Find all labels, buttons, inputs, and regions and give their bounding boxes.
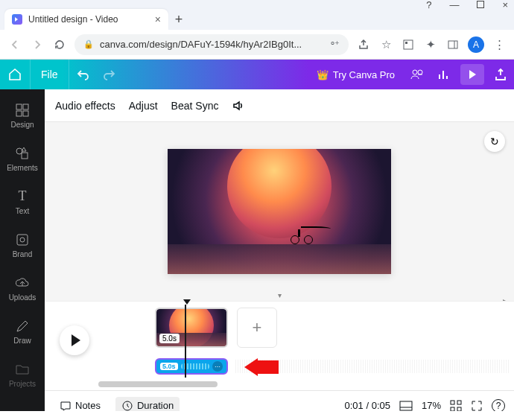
audio-duration-badge: 5.0s <box>160 363 178 370</box>
svg-rect-15 <box>400 401 412 410</box>
help-icon[interactable]: ? <box>492 399 505 412</box>
url-text: canva.com/design/DAFuY-1594k/hyAr2IBg0It… <box>100 39 325 50</box>
sidebar-item-projects[interactable]: Projects <box>0 353 45 396</box>
home-button[interactable] <box>0 60 30 89</box>
clip-options-icon[interactable]: ⋯ <box>212 361 223 372</box>
notes-button[interactable]: Notes <box>54 397 107 412</box>
canvas-area[interactable]: ↻ ✦ ▾ ▸ <box>45 122 514 301</box>
svg-rect-20 <box>457 407 461 411</box>
beat-sync-button[interactable]: Beat Sync <box>171 100 219 112</box>
pencil-icon <box>15 319 30 334</box>
browser-address-bar: 🔒 canva.com/design/DAFuY-1594k/hyAr2IBg0… <box>0 30 514 60</box>
svg-rect-2 <box>448 41 457 48</box>
sidebar-item-design[interactable]: Design <box>0 94 45 137</box>
sidebar-item-text[interactable]: TText <box>0 180 45 223</box>
refresh-page-button[interactable]: ↻ <box>484 131 505 152</box>
brand-icon <box>15 232 30 247</box>
duration-button[interactable]: Duration <box>115 397 180 412</box>
panel-icon[interactable] <box>445 37 460 52</box>
svg-rect-0 <box>404 40 413 49</box>
canva-favicon-icon <box>12 14 22 25</box>
svg-point-5 <box>418 70 422 74</box>
browser-tab-bar: Untitled design - Video × + <box>0 9 514 30</box>
audio-clip[interactable]: 5.0s ⋯ <box>155 358 228 375</box>
folder-icon <box>15 362 30 377</box>
grid-view-icon[interactable] <box>450 400 462 412</box>
redo-button[interactable] <box>102 68 115 81</box>
reload-button[interactable] <box>52 37 67 52</box>
svg-rect-17 <box>451 401 454 404</box>
collaborators-icon[interactable] <box>404 61 431 88</box>
add-page-button[interactable]: + <box>237 308 277 348</box>
svg-rect-7 <box>23 104 28 109</box>
context-toolbar: Audio effects Adjust Beat Sync <box>45 89 514 122</box>
lock-icon: 🔒 <box>83 39 94 49</box>
adjust-button[interactable]: Adjust <box>129 100 158 112</box>
volume-icon[interactable] <box>232 99 245 112</box>
canva-topbar: File 👑Try Canva Pro <box>0 60 514 89</box>
help-icon[interactable]: ? <box>426 0 431 10</box>
svg-rect-9 <box>23 111 28 116</box>
timeline[interactable]: 5.0s + 5.0s ⋯ <box>45 301 514 390</box>
present-button[interactable] <box>460 64 484 85</box>
callout-arrow-icon <box>244 358 279 376</box>
zoom-level[interactable]: 17% <box>422 400 441 411</box>
profile-avatar[interactable]: A <box>468 36 484 53</box>
cloud-upload-icon <box>15 276 30 290</box>
analytics-icon[interactable] <box>431 61 457 88</box>
svg-rect-8 <box>16 111 22 116</box>
maximize-icon[interactable] <box>477 1 484 8</box>
video-clip[interactable]: 5.0s <box>155 308 228 348</box>
new-tab-button[interactable]: + <box>168 9 189 30</box>
templates-icon <box>15 103 30 118</box>
undo-button[interactable] <box>77 68 90 81</box>
timeline-scrollbar[interactable] <box>98 381 218 387</box>
svg-point-4 <box>413 70 417 74</box>
search-icon[interactable]: ᵒ⁺ <box>331 39 340 50</box>
text-icon: T <box>19 188 27 204</box>
close-icon[interactable]: × <box>502 0 508 10</box>
svg-rect-11 <box>22 153 28 159</box>
minimize-icon[interactable]: — <box>449 0 459 10</box>
svg-rect-19 <box>451 407 454 411</box>
tab-close-icon[interactable]: × <box>155 13 161 25</box>
extension-icon[interactable] <box>401 37 416 52</box>
tab-title: Untitled design - Video <box>28 14 149 25</box>
playback-time: 0:01 / 0:05 <box>345 400 390 411</box>
svg-point-13 <box>20 238 25 242</box>
audio-effects-button[interactable]: Audio effects <box>55 100 115 112</box>
svg-rect-12 <box>17 235 28 245</box>
playhead[interactable] <box>185 305 186 378</box>
forward-button[interactable] <box>30 37 45 52</box>
pages-view-icon[interactable] <box>399 401 413 411</box>
try-pro-button[interactable]: 👑Try Canva Pro <box>308 69 404 80</box>
sidebar-item-brand[interactable]: Brand <box>0 223 45 267</box>
fullscreen-icon[interactable] <box>471 400 483 412</box>
play-button[interactable] <box>60 325 89 355</box>
back-button[interactable] <box>7 37 22 52</box>
playhead-marker-icon <box>183 299 191 305</box>
bookmark-icon[interactable]: ☆ <box>378 37 393 52</box>
puzzle-icon[interactable]: ✦ <box>423 37 438 52</box>
sidebar-item-draw[interactable]: Draw <box>0 310 45 353</box>
clip-duration-badge: 5.0s <box>159 334 180 343</box>
window-titlebar: ? — × <box>0 0 514 9</box>
kebab-menu-icon[interactable]: ⋮ <box>492 37 507 52</box>
sidebar-item-uploads[interactable]: Uploads <box>0 267 45 310</box>
svg-rect-18 <box>457 401 461 404</box>
shapes-icon <box>15 146 30 161</box>
browser-tab[interactable]: Untitled design - Video × <box>4 9 168 30</box>
share-button[interactable] <box>487 61 514 88</box>
editor-footer: Notes Duration 0:01 / 0:05 17% ? <box>45 390 514 411</box>
video-page[interactable] <box>168 149 391 274</box>
svg-rect-6 <box>16 104 22 109</box>
url-input[interactable]: 🔒 canva.com/design/DAFuY-1594k/hyAr2IBg0… <box>74 34 349 55</box>
side-panel: Design Elements TText Brand Uploads Draw… <box>0 89 45 411</box>
sidebar-item-elements[interactable]: Elements <box>0 137 45 180</box>
svg-rect-1 <box>405 42 407 44</box>
share-icon[interactable] <box>356 37 371 52</box>
file-menu[interactable]: File <box>30 60 69 89</box>
